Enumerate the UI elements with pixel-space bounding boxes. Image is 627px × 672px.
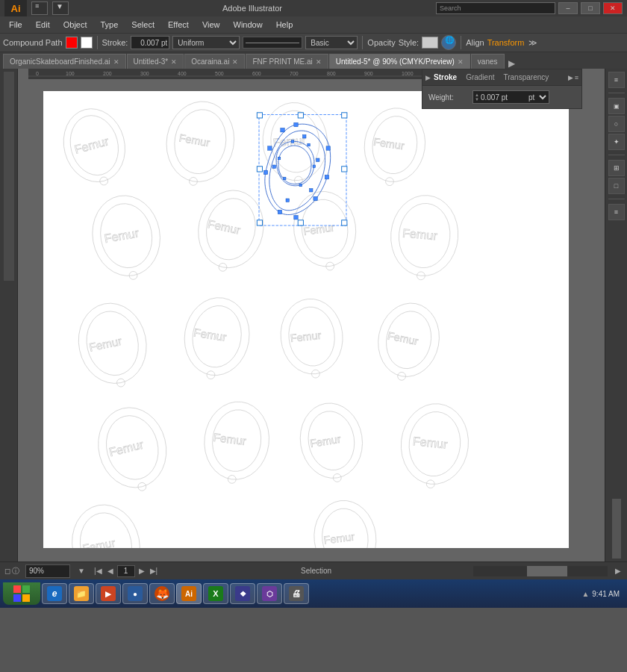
app2-icon: ⬡ xyxy=(262,586,277,601)
zoom-down-btn[interactable]: ▼ xyxy=(76,567,87,575)
close-btn[interactable]: ✕ xyxy=(603,2,623,14)
panel-menu-btn[interactable]: ≡ xyxy=(575,74,578,81)
svg-rect-101 xyxy=(308,143,311,146)
menu-edit[interactable]: Edit xyxy=(30,19,56,31)
shape-type-label: Compound Path xyxy=(3,38,63,47)
view-btn[interactable]: ▼ xyxy=(52,1,69,15)
menu-effect[interactable]: Effect xyxy=(162,19,195,31)
stroke-style-select[interactable]: Basic xyxy=(305,36,358,49)
taskbar-app2[interactable]: ⬡ xyxy=(257,583,282,604)
title-bar: Ai ≡ ▼ Adobe Illustrator Search – □ ✕ xyxy=(0,0,627,16)
svg-text:Femur: Femur xyxy=(88,335,123,354)
stroke-swatch[interactable] xyxy=(81,37,93,49)
taskbar-explorer[interactable]: e xyxy=(42,583,67,604)
rp-box[interactable]: □ xyxy=(608,178,625,194)
view-icons: ◻ ⓘ xyxy=(4,566,19,576)
illustrator-icon: Ai xyxy=(181,586,196,601)
taskbar-media2[interactable]: ● xyxy=(122,583,148,604)
menu-help[interactable]: Help xyxy=(270,19,299,31)
page-prev-btn[interactable]: ◀ xyxy=(106,567,115,575)
canvas-area[interactable]: 0100200 300400500 600700800 9001000 Femu… xyxy=(18,69,605,561)
rp-grid[interactable]: ⊞ xyxy=(608,160,625,176)
stroke-panel-tab-stroke[interactable]: Stroke xyxy=(434,73,457,81)
menu-window[interactable]: Window xyxy=(228,19,269,31)
h-scrollbar-track[interactable] xyxy=(473,566,608,576)
style-swatch[interactable] xyxy=(422,37,438,49)
taskbar-folder[interactable]: 📁 xyxy=(69,583,94,604)
stroke-panel-tab-gradient[interactable]: Gradient xyxy=(466,73,494,81)
zoom-display[interactable]: 90% xyxy=(25,564,70,578)
taskbar-excel[interactable]: X xyxy=(203,583,228,604)
rp-circle[interactable]: ○ xyxy=(608,116,625,132)
more-opts[interactable]: ≫ xyxy=(528,38,537,48)
start-button[interactable] xyxy=(3,582,40,605)
preview-icon[interactable]: ◻ xyxy=(4,567,10,575)
menu-file[interactable]: File xyxy=(3,19,28,31)
taskbar-illustrator[interactable]: Ai xyxy=(176,583,202,604)
style-label: Style: xyxy=(399,38,419,47)
tab-vanes[interactable]: vanes xyxy=(471,54,505,69)
maximize-btn[interactable]: □ xyxy=(581,2,600,14)
globe-btn[interactable]: 🌐 xyxy=(441,35,456,50)
scroll-right-btn[interactable]: ▶ xyxy=(614,567,623,575)
info-icon[interactable]: ⓘ xyxy=(12,566,19,576)
weight-unit-select[interactable]: pt px xyxy=(525,91,549,103)
tab-untitled3-close[interactable]: ✕ xyxy=(171,58,177,66)
stroke-panel-tab-transparency[interactable]: Transparency xyxy=(503,73,549,81)
svg-rect-92 xyxy=(263,170,267,174)
svg-text:Femur: Femur xyxy=(309,433,342,449)
weight-value-input[interactable] xyxy=(481,93,525,102)
search-box[interactable]: Search xyxy=(436,2,555,14)
taskbar: e 📁 ▶ ● 🦊 Ai X ❖ ⬡ xyxy=(0,579,627,608)
svg-text:Femur: Femur xyxy=(412,434,449,451)
weight-spinners[interactable]: ▲ ▼ xyxy=(473,93,481,102)
page-next-btn[interactable]: ▶ xyxy=(137,567,146,575)
rp-layers[interactable]: ≡ xyxy=(608,204,625,220)
page-number-input[interactable] xyxy=(117,565,135,577)
tab-untitled5-close[interactable]: ✕ xyxy=(458,58,464,66)
menu-select[interactable]: Select xyxy=(125,19,160,31)
tab-organic-label: OrganicSkateboardFinished.ai xyxy=(10,57,110,66)
menu-type[interactable]: Type xyxy=(95,19,125,31)
rp-star[interactable]: ✦ xyxy=(608,134,625,150)
panel-more-btn[interactable]: ▶ xyxy=(568,74,573,81)
tabs-more-btn[interactable]: ▶ xyxy=(505,58,518,69)
tab-organic-close[interactable]: ✕ xyxy=(113,58,119,66)
tab-ocaraina[interactable]: Ocaraina.ai ✕ xyxy=(184,54,245,69)
menu-view[interactable]: View xyxy=(196,19,226,31)
page-first-btn[interactable]: |◀ xyxy=(93,567,104,575)
rp-hamburger[interactable]: ≡ xyxy=(608,72,625,88)
svg-text:300: 300 xyxy=(140,71,149,76)
stroke-panel-header: ▶ Stroke Gradient Transparency ▶ ≡ xyxy=(422,69,581,86)
tab-untitled5[interactable]: Untitled-5* @ 90% (CMYK/Preview) ✕ xyxy=(329,54,470,69)
fill-swatch[interactable] xyxy=(66,37,78,49)
tab-fnf[interactable]: FNF PRINT ME.ai ✕ xyxy=(246,54,328,69)
taskbar-print[interactable]: 🖨 xyxy=(284,583,309,604)
stroke-value-input[interactable] xyxy=(131,36,169,49)
artboard[interactable]: Femur Femur Femur xyxy=(43,91,569,548)
taskbar-app1[interactable]: ❖ xyxy=(230,583,255,604)
taskbar-firefox[interactable]: 🦊 xyxy=(149,583,175,604)
taskbar-tray: ▲ 9:41 AM xyxy=(577,590,624,598)
tab-untitled3[interactable]: Untitled-3* ✕ xyxy=(127,54,184,69)
menu-object[interactable]: Object xyxy=(57,19,93,31)
tab-fnf-close[interactable]: ✕ xyxy=(316,58,322,66)
page-last-btn[interactable]: ▶| xyxy=(149,567,160,575)
vertical-scrollbar[interactable] xyxy=(612,499,621,559)
h-scrollbar-thumb[interactable] xyxy=(527,566,567,576)
minimize-btn[interactable]: – xyxy=(558,2,578,14)
tab-ocaraina-close[interactable]: ✕ xyxy=(232,58,238,66)
weight-input-group[interactable]: ▲ ▼ pt px xyxy=(472,90,549,104)
taskbar-media[interactable]: ▶ xyxy=(96,583,121,604)
zoom-controls: ▼ xyxy=(76,567,87,575)
tray-time: 9:41 AM xyxy=(592,590,620,598)
rp-select[interactable]: ▣ xyxy=(608,98,625,114)
svg-rect-103 xyxy=(299,184,302,187)
stroke-panel-expand[interactable]: ▶ xyxy=(425,74,431,81)
svg-rect-116 xyxy=(13,594,21,602)
stroke-type-select[interactable]: Uniform xyxy=(172,36,240,49)
weight-down[interactable]: ▼ xyxy=(473,97,481,102)
doc-icon-btn[interactable]: ≡ xyxy=(31,1,48,15)
svg-rect-107 xyxy=(298,113,303,118)
tab-organic[interactable]: OrganicSkateboardFinished.ai ✕ xyxy=(3,54,126,69)
